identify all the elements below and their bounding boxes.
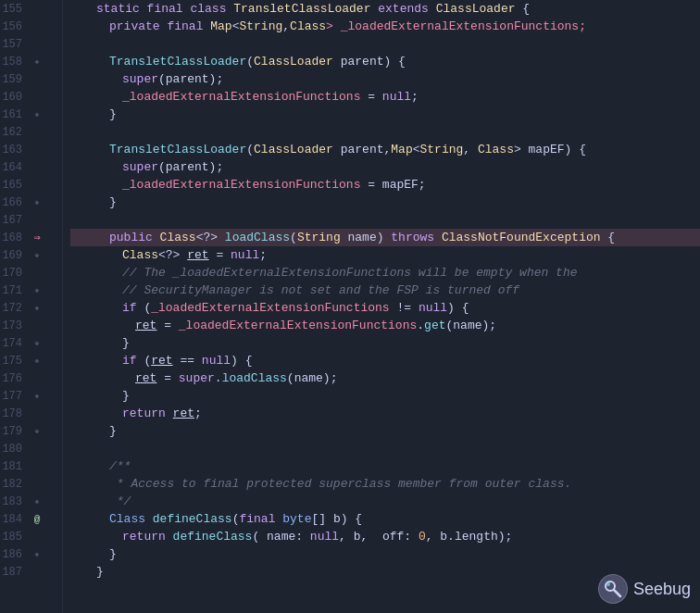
token-kw: null — [382, 88, 411, 106]
logo-text: Seebug — [633, 580, 691, 599]
code-line: static final class TransletClassLoader e… — [70, 0, 700, 18]
gutter-icon[interactable]: ◆ — [28, 339, 46, 348]
token-cls: ClassLoader — [254, 53, 333, 70]
gutter-icon[interactable]: ⇒ — [28, 231, 46, 244]
fold-icon[interactable]: ◆ — [32, 110, 42, 119]
fold-icon[interactable]: ◆ — [32, 339, 42, 348]
token-punc: { — [516, 0, 531, 18]
token-cls: ClassNotFoundException — [442, 229, 601, 246]
token-cls: TransletClassLoader — [233, 0, 370, 18]
gutter-icon[interactable]: ◆ — [28, 357, 46, 366]
fold-icon[interactable]: ◆ — [32, 198, 42, 207]
token-kw: null — [202, 352, 231, 369]
gutter-row: 161◆ — [0, 106, 62, 123]
gutter-icon[interactable]: ◆ — [28, 251, 46, 260]
gutter-icon[interactable]: ◆ — [28, 304, 46, 313]
token-cm: // SecurityManager is not set and the FS… — [122, 281, 519, 299]
token-punc: } — [109, 194, 117, 211]
fold-icon[interactable]: ◆ — [32, 392, 42, 401]
line-number: 159 — [0, 73, 28, 86]
gutter-row: 176 — [0, 369, 62, 387]
token-kw: private — [109, 18, 167, 35]
token-punc: <?> — [196, 229, 225, 246]
gutter-icon[interactable]: ◆ — [28, 550, 46, 559]
gutter-icon[interactable]: ◆ — [28, 57, 46, 67]
token-kw: final — [239, 510, 282, 528]
token-kw: return — [122, 528, 173, 545]
gutter-row: 181 — [0, 457, 62, 475]
token-cls: Map — [391, 141, 412, 158]
code-line: } — [70, 334, 700, 352]
token-under: ret — [135, 369, 156, 387]
token-kw: null — [419, 299, 447, 317]
token-punc: < — [232, 18, 240, 35]
gutter-icon[interactable]: ◆ — [28, 110, 46, 119]
gutter-row: 180 — [0, 440, 62, 457]
line-number: 161 — [0, 108, 28, 121]
token-punc: ( — [246, 141, 254, 158]
token-under: ret — [135, 317, 156, 334]
token-var: parent, — [333, 141, 391, 158]
token-cm: * Access to final protected superclass m… — [109, 475, 571, 493]
gutter-row: 166◆ — [0, 194, 62, 211]
token-method: get — [424, 317, 445, 334]
gutter-row: 182 — [0, 475, 62, 493]
gutter-row: 159 — [0, 70, 62, 88]
gutter-row: 157 — [0, 35, 62, 53]
token-punc: ( — [137, 299, 152, 317]
token-punc: } — [109, 106, 117, 123]
line-number: 166 — [0, 196, 28, 209]
gutter-row: 184@ — [0, 510, 62, 528]
line-number: 155 — [0, 3, 28, 16]
at-icon: @ — [34, 514, 41, 525]
gutter-icon[interactable]: ◆ — [28, 427, 46, 436]
fold-icon[interactable]: ◆ — [32, 251, 42, 260]
token-cls: String — [297, 229, 341, 246]
fold-icon[interactable]: ◆ — [32, 304, 42, 313]
gutter-row: 174◆ — [0, 334, 62, 352]
line-number: 165 — [0, 179, 28, 192]
token-var: (name); — [287, 369, 338, 387]
fold-icon[interactable]: ◆ — [32, 286, 42, 295]
line-number: 169 — [0, 249, 28, 262]
token-punc: ; — [411, 88, 419, 106]
fold-icon[interactable]: ◆ — [32, 550, 42, 559]
token-field: _loadedExternalExtensionFunctions — [122, 176, 360, 194]
code-line: ret = _loadedExternalExtensionFunctions.… — [70, 317, 700, 334]
code-line: } — [70, 106, 700, 123]
gutter-icon[interactable]: ◆ — [28, 286, 46, 295]
line-number: 183 — [0, 495, 28, 508]
line-number: 174 — [0, 337, 28, 350]
fold-icon[interactable]: ◆ — [32, 497, 42, 507]
token-kw: throws — [391, 229, 442, 246]
gutter-row: 186◆ — [0, 545, 62, 563]
token-punc: } — [109, 422, 117, 440]
line-number: 170 — [0, 267, 28, 280]
gutter-row: 185 — [0, 528, 62, 545]
token-fn: TransletClassLoader — [109, 141, 246, 158]
token-cls: ClassLoader — [436, 0, 516, 18]
fold-icon[interactable]: ◆ — [32, 427, 42, 436]
token-under: ret — [187, 246, 208, 264]
gutter-row: 183◆ — [0, 493, 62, 510]
gutter-icon[interactable]: ◆ — [28, 198, 46, 207]
line-number: 158 — [0, 56, 28, 69]
gutter-icon[interactable]: ◆ — [28, 392, 46, 401]
token-punc: } — [122, 334, 130, 352]
fold-icon[interactable]: ◆ — [32, 57, 42, 67]
gutter-row: 162 — [0, 123, 62, 141]
gutter-icon[interactable]: ◆ — [28, 497, 46, 507]
gutter-row: 172◆ — [0, 299, 62, 317]
code-line: } — [70, 194, 700, 211]
token-punc: , — [463, 141, 478, 158]
token-var: (parent); — [158, 158, 223, 176]
token-kw: return — [122, 405, 173, 422]
gutter-icon[interactable]: @ — [28, 514, 46, 525]
line-number: 171 — [0, 284, 28, 297]
token-punc: <?> — [158, 246, 187, 264]
token-punc: ( — [290, 229, 297, 246]
fold-icon[interactable]: ◆ — [32, 357, 42, 366]
token-punc: ( — [232, 510, 240, 528]
line-number: 175 — [0, 355, 28, 368]
line-number: 173 — [0, 319, 28, 332]
